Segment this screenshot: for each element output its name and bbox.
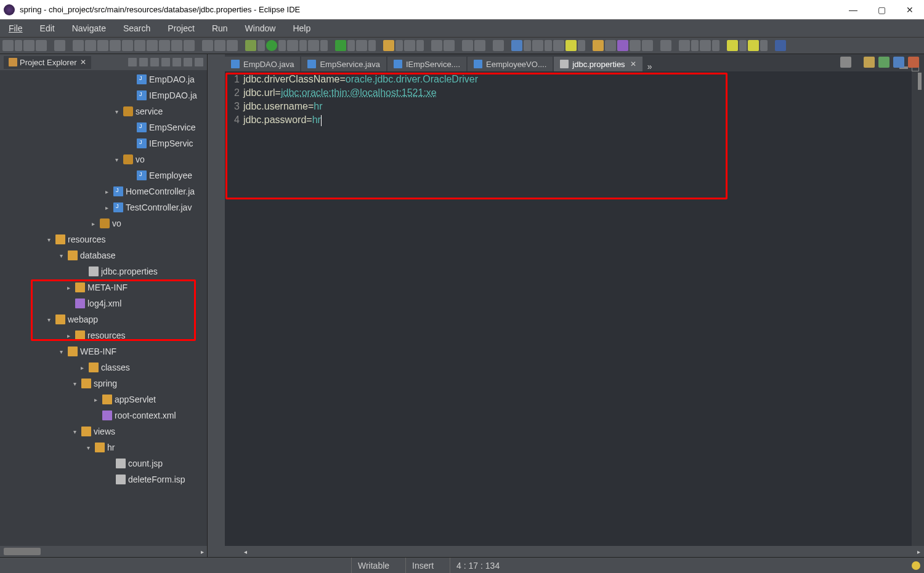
toolbar-debug-icon[interactable] xyxy=(245,40,256,51)
toolbar-newpkg-icon[interactable] xyxy=(383,40,394,51)
tree-item[interactable]: database xyxy=(0,247,207,263)
toolbar-bug2-icon[interactable] xyxy=(214,40,225,51)
toolbar-newclass-drop-icon[interactable] xyxy=(416,40,424,51)
code-line[interactable]: jdbc.driverClassName=oracle.jdbc.driver.… xyxy=(243,73,912,86)
tree-item[interactable]: views xyxy=(0,423,207,439)
toolbar-next-drop-icon[interactable] xyxy=(691,40,699,51)
editor-tab[interactable]: jdbc.properties✕ xyxy=(554,57,642,71)
menu-file[interactable]: File xyxy=(0,20,31,37)
editor-tab[interactable]: EemployeeVO.... xyxy=(468,57,553,71)
toolbar-newfolder-icon[interactable] xyxy=(444,40,455,51)
explorer-hscroll[interactable]: ▸ xyxy=(0,546,207,557)
toolbar-browser-icon[interactable] xyxy=(511,40,522,51)
expand-arrow-icon[interactable] xyxy=(84,444,92,451)
toolbar-stepover-icon[interactable] xyxy=(147,40,158,51)
perspective-debug-icon[interactable] xyxy=(878,57,890,68)
toolbar-save-icon[interactable] xyxy=(23,40,34,51)
tree-item[interactable]: webapp xyxy=(0,311,207,327)
toolbar-newpkg-drop-icon[interactable] xyxy=(395,40,403,51)
expand-arrow-icon[interactable] xyxy=(91,396,100,403)
toolbar-fwd-icon[interactable] xyxy=(748,40,759,51)
toolbar-opentask-icon[interactable] xyxy=(462,40,473,51)
code-content[interactable]: jdbc.driverClassName=oracle.jdbc.driver.… xyxy=(242,71,912,546)
toolbar-terminal-icon[interactable] xyxy=(775,40,786,51)
tree-item[interactable]: vo xyxy=(0,151,207,167)
menu-navigate[interactable]: Navigate xyxy=(63,20,115,37)
expand-arrow-icon[interactable] xyxy=(102,188,111,195)
tree-item[interactable]: Eemployee xyxy=(0,167,207,183)
scroll-right-icon[interactable]: ▸ xyxy=(197,548,207,555)
toolbar-server-icon[interactable] xyxy=(335,40,346,51)
expand-arrow-icon[interactable] xyxy=(78,364,86,371)
tree-item[interactable]: HomeController.ja xyxy=(0,183,207,199)
expand-arrow-icon[interactable] xyxy=(70,380,79,387)
toolbar-new-icon[interactable] xyxy=(2,40,14,51)
maximize-view-icon[interactable] xyxy=(195,58,203,66)
toolbar-run-icon[interactable] xyxy=(266,40,277,51)
toolbar-newwin-icon[interactable] xyxy=(593,40,604,51)
menu-search[interactable]: Search xyxy=(115,20,159,37)
toolbar-coverage-icon[interactable] xyxy=(287,40,298,51)
expand-arrow-icon[interactable] xyxy=(70,428,79,435)
toolbar-stepfilter-icon[interactable] xyxy=(184,40,195,51)
toolbar-prev-drop-icon[interactable] xyxy=(712,40,719,51)
toolbar-stepreturn-icon[interactable] xyxy=(159,40,170,51)
toolbar-bug3-icon[interactable] xyxy=(227,40,238,51)
close-icon[interactable]: ✕ xyxy=(80,58,86,66)
expand-arrow-icon[interactable] xyxy=(64,332,73,339)
toolbar-coverage-drop-icon[interactable] xyxy=(299,40,307,51)
view-menu-icon[interactable] xyxy=(172,58,181,66)
toolbar-back-icon[interactable] xyxy=(727,40,738,51)
expand-arrow-icon[interactable] xyxy=(44,316,53,323)
close-tab-icon[interactable]: ✕ xyxy=(630,60,636,68)
toolbar-bug-icon[interactable] xyxy=(202,40,213,51)
tree-item[interactable]: jdbc.properties xyxy=(0,263,207,279)
project-tree[interactable]: EmpDAO.jaIEmpDAO.jaserviceEmpServiceIEmp… xyxy=(0,70,207,546)
toolbar-highlight-drop-icon[interactable] xyxy=(578,40,585,51)
toolbar-debug-pause-icon[interactable] xyxy=(97,40,108,51)
project-explorer-tab[interactable]: Project Explorer ✕ xyxy=(4,56,91,69)
toolbar-droptoframe-icon[interactable] xyxy=(171,40,182,51)
tree-item[interactable]: EmpDAO.ja xyxy=(0,71,207,87)
toolbar-server-debug-icon[interactable] xyxy=(356,40,367,51)
toolbar-debug-skip-icon[interactable] xyxy=(73,40,84,51)
tree-item[interactable]: deleteForm.isp xyxy=(0,471,207,487)
expand-arrow-icon[interactable] xyxy=(64,284,73,291)
code-line[interactable]: jdbc.username=hr xyxy=(243,100,912,113)
editor-tab[interactable]: EmpDAO.java xyxy=(225,57,300,71)
toolbar-runlast-drop-icon[interactable] xyxy=(320,40,328,51)
tree-item[interactable]: EmpService xyxy=(0,119,207,135)
toolbar-search2-icon[interactable] xyxy=(553,40,564,51)
expand-arrow-icon[interactable] xyxy=(89,220,97,227)
tree-item[interactable]: spring xyxy=(0,375,207,391)
focus-icon[interactable] xyxy=(161,58,170,66)
toolbar-server-debug-drop-icon[interactable] xyxy=(368,40,376,51)
more-tabs-icon[interactable]: » xyxy=(644,62,656,71)
editor-tab[interactable]: IEmpService.... xyxy=(387,57,466,71)
toolbar-newclass-icon[interactable] xyxy=(404,40,415,51)
tree-item[interactable]: WEB-INF xyxy=(0,343,207,359)
quick-access-search-icon[interactable] xyxy=(840,57,851,68)
menu-run[interactable]: Run xyxy=(203,20,237,37)
toolbar-debug-drop-icon[interactable] xyxy=(257,40,265,51)
filter-icon[interactable] xyxy=(150,58,159,66)
tree-item[interactable]: META-INF xyxy=(0,279,207,295)
link-editor-icon[interactable] xyxy=(139,58,148,66)
code-editor[interactable]: 1234 jdbc.driverClassName=oracle.jdbc.dr… xyxy=(225,71,924,546)
tree-item[interactable]: log4j.xml xyxy=(0,295,207,311)
close-button[interactable]: ✕ xyxy=(896,0,924,20)
expand-arrow-icon[interactable] xyxy=(102,204,111,211)
tree-item[interactable]: hr xyxy=(0,439,207,455)
toolbar-newwin4-icon[interactable] xyxy=(630,40,641,51)
toolbar-prev-icon[interactable] xyxy=(700,40,711,51)
collapse-all-icon[interactable] xyxy=(128,58,137,66)
editor-tab[interactable]: EmpService.java xyxy=(301,57,386,71)
open-perspective-icon[interactable] xyxy=(864,57,875,68)
toolbar-runlast-icon[interactable] xyxy=(308,40,319,51)
toolbar-server-drop-icon[interactable] xyxy=(347,40,355,51)
expand-arrow-icon[interactable] xyxy=(57,348,65,355)
toolbar-debug-disconnect-icon[interactable] xyxy=(122,40,133,51)
toolbar-stepinto-icon[interactable] xyxy=(134,40,145,51)
overview-ruler[interactable] xyxy=(912,71,924,546)
expand-arrow-icon[interactable] xyxy=(44,236,53,243)
